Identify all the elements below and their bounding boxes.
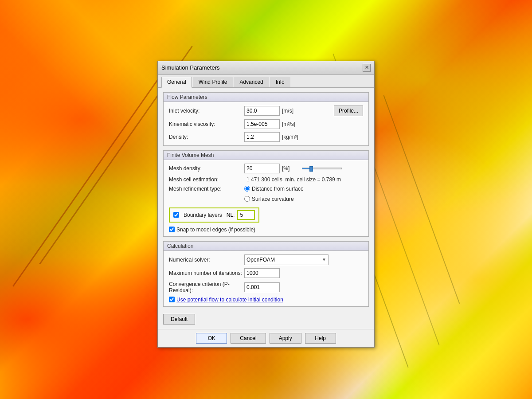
mesh-cell-label: Mesh cell estimation: (169, 176, 244, 183)
convergence-label: Convergence criterion (P-Residual): (169, 281, 244, 293)
kinematic-viscosity-row: Kinematic viscosity: [m²/s] (169, 119, 363, 129)
radio-distance-label: Distance from surface (252, 186, 304, 192)
boundary-layers-checkbox[interactable] (173, 212, 179, 218)
dialog-body: Flow Parameters Inlet velocity: [m/s] Pr… (158, 88, 374, 329)
mesh-density-input[interactable] (244, 164, 280, 173)
calculation-body: Numerical solver: OpenFOAM ▼ Maximum num… (164, 251, 368, 306)
mesh-density-slider-container (302, 168, 342, 169)
mesh-refinement-label: Mesh refinement type: (169, 186, 244, 192)
max-iterations-input[interactable] (244, 268, 280, 278)
inlet-velocity-input[interactable] (244, 106, 280, 116)
inlet-velocity-label: Inlet velocity: (169, 108, 244, 114)
mesh-refinement-row: Mesh refinement type: Distance from surf… (169, 186, 363, 204)
mesh-density-label: Mesh density: (169, 165, 244, 172)
tab-info[interactable]: Info (270, 77, 290, 87)
solver-value: OpenFOAM (246, 257, 275, 263)
numerical-solver-row: Numerical solver: OpenFOAM ▼ (169, 254, 363, 265)
radio-distance[interactable] (244, 186, 250, 192)
numerical-solver-label: Numerical solver: (169, 257, 244, 263)
kinematic-viscosity-label: Kinematic viscosity: (169, 121, 244, 127)
mesh-cell-row: Mesh cell estimation: 1 471 300 cells, m… (169, 176, 363, 183)
flow-parameters-header: Flow Parameters (164, 93, 368, 102)
density-input[interactable] (244, 132, 280, 142)
convergence-row: Convergence criterion (P-Residual): (169, 281, 363, 293)
kinematic-viscosity-input[interactable] (244, 119, 280, 129)
snap-checkbox[interactable] (169, 227, 175, 232)
simulation-parameters-dialog: Simulation Parameters ✕ General Wind Pro… (157, 61, 375, 348)
max-iterations-row: Maximum number of iterations: (169, 268, 363, 278)
dialog-title: Simulation Parameters (161, 64, 220, 71)
radio-curvature-label: Surface curvature (252, 196, 294, 202)
nl-label: NL: (227, 212, 235, 218)
snap-label: Snap to model edges (if possible) (176, 227, 255, 233)
flow-parameters-section: Flow Parameters Inlet velocity: [m/s] Pr… (163, 92, 369, 146)
calculation-header: Calculation (164, 242, 368, 251)
flow-parameters-body: Inlet velocity: [m/s] Profile... Kinemat… (164, 102, 368, 145)
slider-thumb[interactable] (309, 166, 313, 172)
density-unit: [kg/m³] (282, 134, 300, 140)
calculation-section: Calculation Numerical solver: OpenFOAM ▼… (163, 241, 369, 307)
tab-wind-profile[interactable]: Wind Profile (193, 77, 233, 87)
snap-row: Snap to model edges (if possible) (169, 227, 363, 233)
cancel-button[interactable]: Cancel (231, 333, 266, 344)
mesh-density-unit: [%] (282, 165, 300, 172)
boundary-layers-box: Boundary layers NL: (169, 207, 259, 223)
boundary-layers-label: Boundary layers (184, 212, 222, 218)
nl-input[interactable] (237, 210, 255, 220)
finite-volume-mesh-header: Finite Volume Mesh (164, 151, 368, 160)
close-button[interactable]: ✕ (363, 64, 371, 72)
density-label: Density: (169, 134, 244, 140)
profile-button[interactable]: Profile... (334, 106, 363, 116)
potential-flow-checkbox[interactable] (169, 297, 175, 302)
potential-flow-label: Use potential flow to calculate initial … (176, 297, 283, 303)
numerical-solver-dropdown[interactable]: OpenFOAM ▼ (244, 254, 329, 265)
refinement-options: Distance from surface Surface curvature (244, 186, 304, 204)
mesh-density-row: Mesh density: [%] (169, 164, 363, 173)
titlebar: Simulation Parameters ✕ (158, 61, 374, 75)
dropdown-arrow-icon: ▼ (322, 257, 326, 262)
dialog-overlay: Simulation Parameters ✕ General Wind Pro… (0, 0, 532, 399)
tab-bar: General Wind Profile Advanced Info (158, 75, 374, 88)
kinematic-viscosity-unit: [m²/s] (282, 121, 300, 127)
boundary-layers-row: Boundary layers NL: (169, 207, 363, 225)
density-row: Density: [kg/m³] (169, 132, 363, 142)
potential-flow-row: Use potential flow to calculate initial … (169, 297, 363, 303)
tab-advanced[interactable]: Advanced (234, 77, 269, 87)
inlet-velocity-unit: [m/s] (282, 108, 300, 114)
finite-volume-mesh-body: Mesh density: [%] Mesh cell estimation: (164, 160, 368, 236)
apply-button[interactable]: Apply (270, 333, 301, 344)
help-button[interactable]: Help (305, 333, 336, 344)
radio-curvature[interactable] (244, 196, 250, 202)
max-iterations-label: Maximum number of iterations: (169, 270, 244, 276)
finite-volume-mesh-section: Finite Volume Mesh Mesh density: [%] (163, 150, 369, 237)
dialog-footer: OK Cancel Apply Help (158, 329, 374, 347)
default-button[interactable]: Default (163, 314, 195, 325)
convergence-input[interactable] (244, 282, 280, 292)
radio-curvature-row: Surface curvature (244, 196, 304, 202)
mesh-cell-value: 1 471 300 cells, min. cell size = 0.789 … (246, 176, 341, 183)
ok-button[interactable]: OK (196, 333, 227, 344)
radio-distance-row: Distance from surface (244, 186, 304, 192)
inlet-velocity-row: Inlet velocity: [m/s] Profile... (169, 106, 363, 116)
mesh-density-slider[interactable] (302, 168, 342, 169)
tab-general[interactable]: General (161, 77, 192, 88)
